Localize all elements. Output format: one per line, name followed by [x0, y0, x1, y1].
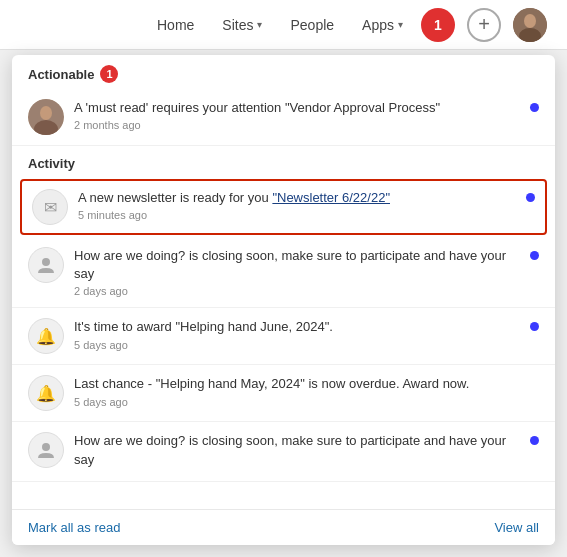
notif-envelope-icon: ✉ — [32, 189, 68, 225]
notif-content-activity-4: Last chance - "Helping hand May, 2024" i… — [74, 375, 539, 407]
notification-item-activity-5[interactable]: How are we doing? is closing soon, make … — [12, 422, 555, 481]
nav-home[interactable]: Home — [147, 11, 204, 39]
unread-dot-activity-2 — [530, 251, 539, 260]
actionable-section-header: Actionable 1 — [12, 55, 555, 89]
user-avatar[interactable] — [513, 8, 547, 42]
notification-bell-button[interactable]: 1 — [421, 8, 455, 42]
unread-dot-activity-5 — [530, 436, 539, 445]
nav-people[interactable]: People — [280, 11, 344, 39]
notif-bell-icon-4: 🔔 — [28, 375, 64, 411]
notif-content-activity-1: A new newsletter is ready for you "Newsl… — [78, 189, 516, 221]
notification-item-activity-3[interactable]: 🔔 It's time to award "Helping hand June,… — [12, 308, 555, 365]
notif-time-activity-1: 5 minutes ago — [78, 209, 516, 221]
view-all-link[interactable]: View all — [494, 520, 539, 535]
notif-content-activity-2: How are we doing? is closing soon, make … — [74, 247, 520, 297]
unread-dot-activity-1 — [526, 193, 535, 202]
notif-time-activity-4: 5 days ago — [74, 396, 539, 408]
panel-footer: Mark all as read View all — [12, 509, 555, 545]
apps-chevron-icon: ▾ — [398, 19, 403, 30]
notif-text-activity-4: Last chance - "Helping hand May, 2024" i… — [74, 375, 539, 393]
avatar-image — [513, 8, 547, 42]
svg-point-7 — [42, 443, 50, 451]
actionable-badge: 1 — [100, 65, 118, 83]
notif-time-actionable-1: 2 months ago — [74, 119, 520, 131]
notif-person-icon-2 — [28, 247, 64, 283]
navbar: Home Sites ▾ People Apps ▾ 1 + — [0, 0, 567, 50]
notif-content-activity-3: It's time to award "Helping hand June, 2… — [74, 318, 520, 350]
sites-chevron-icon: ▾ — [257, 19, 262, 30]
notification-item-actionable-1[interactable]: A 'must read' requires your attention "V… — [12, 89, 555, 146]
notif-avatar-actionable-1 — [28, 99, 64, 135]
unread-dot-actionable-1 — [530, 103, 539, 112]
notif-person-icon-5 — [28, 432, 64, 468]
notif-content-activity-5: How are we doing? is closing soon, make … — [74, 432, 520, 470]
nav-sites[interactable]: Sites ▾ — [212, 11, 272, 39]
svg-point-6 — [42, 258, 50, 266]
notification-item-activity-4[interactable]: 🔔 Last chance - "Helping hand May, 2024"… — [12, 365, 555, 422]
notif-text-activity-1: A new newsletter is ready for you "Newsl… — [78, 189, 516, 207]
add-button[interactable]: + — [467, 8, 501, 42]
unread-dot-activity-3 — [530, 322, 539, 331]
svg-point-1 — [524, 14, 536, 28]
notifications-panel: Actionable 1 A 'must read' requires your… — [12, 55, 555, 545]
notif-time-activity-3: 5 days ago — [74, 339, 520, 351]
svg-point-4 — [40, 106, 52, 120]
newsletter-link[interactable]: "Newsletter 6/22/22" — [272, 190, 390, 205]
nav-apps[interactable]: Apps ▾ — [352, 11, 413, 39]
notif-text-actionable-1: A 'must read' requires your attention "V… — [74, 99, 520, 117]
activity-section-header: Activity — [12, 146, 555, 177]
notif-time-activity-2: 2 days ago — [74, 285, 520, 297]
plus-icon: + — [478, 13, 490, 36]
notif-text-activity-2: How are we doing? is closing soon, make … — [74, 247, 520, 283]
notif-text-activity-5: How are we doing? is closing soon, make … — [74, 432, 520, 468]
avatar-image-actionable-1 — [28, 99, 64, 135]
notifications-scroll-area[interactable]: Actionable 1 A 'must read' requires your… — [12, 55, 555, 509]
mark-all-read-link[interactable]: Mark all as read — [28, 520, 120, 535]
notif-text-activity-3: It's time to award "Helping hand June, 2… — [74, 318, 520, 336]
notif-bell-icon-3: 🔔 — [28, 318, 64, 354]
notification-item-activity-2[interactable]: How are we doing? is closing soon, make … — [12, 237, 555, 308]
notification-item-activity-1[interactable]: ✉ A new newsletter is ready for you "New… — [20, 179, 547, 235]
notif-content-actionable-1: A 'must read' requires your attention "V… — [74, 99, 520, 131]
